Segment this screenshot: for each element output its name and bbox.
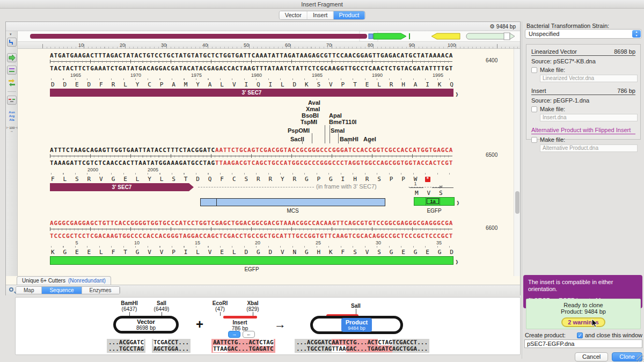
primers-display-button[interactable] bbox=[7, 96, 17, 105]
scroll-up-icon[interactable]: ▾ bbox=[10, 32, 12, 37]
enzyme-set-qualifier[interactable]: (Nonredundant) bbox=[68, 278, 106, 284]
make-alt-file-checkbox[interactable] bbox=[531, 137, 537, 143]
basepair-ruler bbox=[50, 227, 452, 231]
translation-display-button[interactable]: Asn Arg Ala bbox=[6, 111, 17, 122]
insert-filename-field[interactable]: Insert.dna bbox=[540, 114, 638, 121]
aa-ruler-label: 1965 bbox=[65, 73, 86, 78]
aa-ruler-label: 2005 bbox=[142, 167, 164, 172]
features-display-button[interactable] bbox=[7, 66, 17, 75]
feature-sec7[interactable]: 3' SEC7 bbox=[50, 89, 453, 97]
vertical-scrollbar[interactable] bbox=[514, 49, 520, 276]
cancel-button[interactable]: Cancel bbox=[575, 352, 608, 361]
aa-ruler-label: 1970 bbox=[125, 73, 147, 78]
alt-filename-field[interactable]: Alternative Product.dna bbox=[540, 144, 638, 152]
dna-top-strand[interactable]: AGGGCGAGGAGCTGTTCACCGGGGTGGTGCCCATCCTGGT… bbox=[50, 220, 453, 227]
side-toolbar: ▾ Asn Arg Ala ⊢100⊣ ↔ bbox=[6, 31, 18, 276]
section-title: Insert bbox=[531, 88, 546, 94]
enzyme-label[interactable]: BmeT110I bbox=[329, 119, 356, 125]
feature-sec7[interactable]: 3' SEC7 bbox=[50, 183, 194, 191]
output-files-group: Linearized Vector 8698 bp Source: pSEC7*… bbox=[526, 44, 641, 140]
feature-mcs[interactable] bbox=[200, 198, 385, 206]
insert-source: Source: pEGFP-1.dna bbox=[531, 97, 635, 104]
dna-bottom-strand[interactable]: TACTACTTCTGAAATCTGATATGACAGGACGATACATACG… bbox=[50, 65, 453, 72]
site-label: SalI bbox=[340, 303, 372, 309]
enzyme-label[interactable]: TspMI bbox=[301, 119, 317, 125]
make-insert-file-checkbox[interactable] bbox=[531, 106, 537, 112]
window-resize-grip[interactable] bbox=[636, 354, 644, 362]
aa-ruler-label: 20 bbox=[247, 240, 268, 245]
close-window-checkbox[interactable]: ✓ bbox=[577, 332, 583, 338]
view-tab-enzymes[interactable]: Enzymes bbox=[82, 287, 120, 294]
product-badge: Product 9484 bp bbox=[341, 318, 372, 332]
ruler-label: 10 bbox=[68, 42, 84, 48]
vector-name: Vector bbox=[137, 319, 155, 325]
stage-tabs: Vector Insert Product bbox=[279, 11, 365, 20]
translation-arrows-button[interactable] bbox=[7, 78, 17, 89]
alternative-product-header: Alternative Product with Flipped Insert bbox=[531, 127, 635, 134]
enzyme-label[interactable]: XmaI bbox=[306, 106, 320, 112]
aa-ruler-label: 25 bbox=[308, 240, 329, 245]
translation-row[interactable]: D D E D F R L Y C P A M Y A L V I Q I L … bbox=[51, 81, 454, 88]
enzyme-site-tick bbox=[338, 133, 339, 143]
translation-row[interactable]: K G E E L F T G V V P I L V E L D G D V … bbox=[51, 249, 454, 256]
aa-ruler-label: 1975 bbox=[186, 73, 207, 78]
enzyme-site-tick bbox=[325, 125, 325, 143]
tab-insert[interactable]: Insert bbox=[308, 11, 334, 19]
enzyme-label[interactable]: BsoBI bbox=[302, 112, 319, 119]
product-filename-input[interactable]: pSEC7-EGFP.dna bbox=[524, 339, 642, 348]
orientation-reverse-button[interactable]: ← bbox=[243, 331, 255, 338]
dna-top-strand[interactable]: ATTTCTAAGCAGAGTTGGTGAATTATACCTTTCTACGGAT… bbox=[50, 147, 453, 154]
product-size-text: Product: 9484 bp bbox=[526, 308, 640, 315]
enzyme-display-button[interactable] bbox=[7, 38, 17, 47]
egfp-feature-overview bbox=[374, 33, 406, 39]
aa-ruler-label: 5 bbox=[66, 240, 87, 245]
scrollbar-thumb[interactable] bbox=[515, 191, 519, 214]
vector-map[interactable]: Vector 8698 bp bbox=[113, 316, 179, 334]
aa-ruler-ticks bbox=[51, 78, 453, 80]
plasmid-overview-map[interactable] bbox=[6, 31, 520, 41]
make-vector-file-checkbox[interactable] bbox=[531, 67, 537, 73]
strain-select[interactable]: Unspecified ▲▼ bbox=[525, 29, 642, 39]
tab-product[interactable]: Product bbox=[333, 11, 364, 19]
view-tab-sequence[interactable]: Sequence bbox=[42, 287, 82, 294]
section-title: Linearized Vector bbox=[531, 48, 577, 55]
feature-continues-icon: › bbox=[456, 254, 458, 267]
aa-ruler-line bbox=[409, 187, 423, 188]
enzyme-label[interactable]: PspOMI bbox=[288, 127, 310, 134]
feature-egfp[interactable] bbox=[50, 256, 453, 265]
select-stepper-icon: ▲▼ bbox=[632, 30, 641, 38]
view-tab-map[interactable]: Map bbox=[16, 287, 42, 294]
enzyme-label[interactable]: AvaI bbox=[308, 99, 320, 106]
enzyme-site-tick bbox=[302, 141, 303, 144]
sequence-panel-header: ⚙9484 bp bbox=[6, 22, 520, 31]
product-name: Product bbox=[346, 319, 368, 325]
ruler-display-button[interactable]: ⊢100⊣ ↔ bbox=[6, 126, 17, 133]
gear-icon[interactable]: ⚙ bbox=[489, 23, 495, 30]
insert-fragment-bar[interactable] bbox=[223, 316, 257, 318]
translation-row[interactable]: F L S R V G E L Y L S T D Q F C S R R Y … bbox=[51, 176, 430, 183]
dna-top-strand[interactable]: ATGATGAAGACTTTAGACTATACTGTCCTGCTATGTATGC… bbox=[50, 52, 453, 59]
tab-vector[interactable]: Vector bbox=[280, 11, 308, 19]
orientation-forward-button[interactable]: → bbox=[228, 331, 240, 338]
feature-egfp-start[interactable]: 1a bbox=[414, 197, 455, 206]
dna-bottom-strand[interactable]: TAAAGATTCGTCTCAACCACTTAATATGGAAAGATGCCTA… bbox=[50, 160, 453, 166]
ruler-label: 20 bbox=[109, 42, 125, 48]
strain-value: Unspecified bbox=[529, 31, 559, 37]
enzyme-set-tab[interactable]: Unique 6+ Cutters(Nonredundant) bbox=[17, 276, 111, 285]
create-product-label: Create product: bbox=[525, 332, 566, 338]
translation-row[interactable]: M V S bbox=[415, 190, 443, 197]
ruler-label: 100 bbox=[440, 42, 456, 48]
enzyme-label[interactable]: BamHI bbox=[340, 136, 358, 142]
feature-lines-icon bbox=[8, 66, 16, 74]
dna-bottom-strand[interactable]: TCCCGCTCCTCGACAAGTGGCCCCACCACGGGTAGGACCA… bbox=[50, 233, 453, 240]
site-position: (6437) bbox=[113, 306, 145, 312]
site-label: SalI bbox=[145, 300, 178, 306]
vector-filename-field[interactable]: Linearized Vector.dna bbox=[540, 75, 638, 82]
enzyme-label[interactable]: ApaI bbox=[329, 112, 342, 119]
warnings-button[interactable]: 2 warnings bbox=[561, 317, 605, 327]
orf-display-button[interactable] bbox=[7, 53, 17, 62]
feature-end-box bbox=[504, 33, 510, 40]
product-map[interactable]: Product 9484 bp bbox=[310, 316, 403, 334]
search-icon[interactable] bbox=[9, 287, 13, 292]
site-position: (6449) bbox=[145, 306, 178, 312]
